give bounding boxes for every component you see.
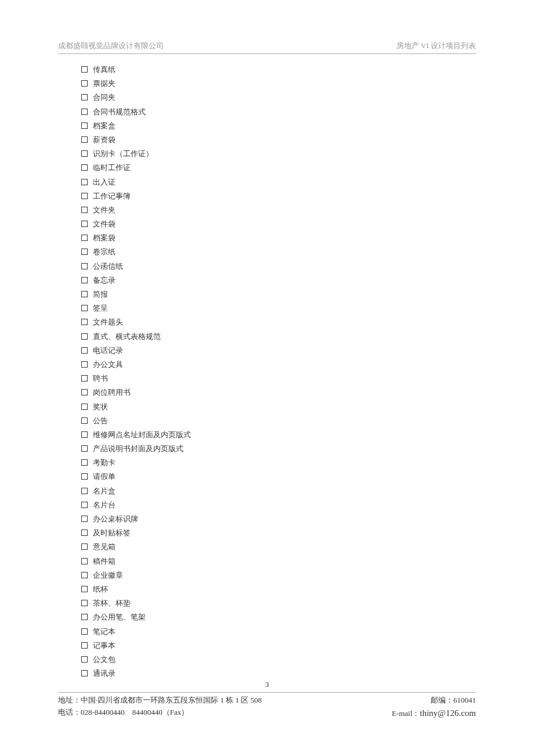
checklist-item: 纸杯 (81, 585, 476, 594)
checkbox-icon (81, 235, 88, 241)
checkbox-icon (81, 431, 88, 438)
phone-value: 028-84400440 (81, 708, 125, 717)
checklist-item: 卷宗纸 (81, 247, 476, 257)
checklist-item-label: 识别卡（工作证） (93, 149, 153, 159)
checklist-item: 工作记事簿 (81, 192, 476, 201)
checklist-item: 签呈 (81, 304, 476, 313)
checklist-item: 文件夹 (81, 206, 476, 215)
checklist-item: 公文包 (81, 655, 476, 664)
checklist-item: 茶杯、杯垫 (81, 599, 476, 608)
footer-row-2: 电话：028-84400440 84400440（Fax） E-mail：thi… (58, 707, 476, 719)
checklist-item: 稿件箱 (81, 557, 476, 566)
checkbox-icon (81, 347, 88, 354)
checklist-item: 简报 (81, 290, 476, 299)
checkbox-icon (81, 502, 88, 508)
checklist-item-label: 票据夹 (93, 79, 116, 88)
checklist-item-label: 签呈 (93, 304, 108, 313)
checklist-item: 考勤卡 (81, 458, 476, 467)
checklist-item-label: 及时贴标签 (93, 528, 131, 538)
checkbox-icon (81, 530, 88, 536)
checkbox-icon (81, 193, 88, 199)
checklist-item: 薪资袋 (81, 135, 476, 145)
checkbox-icon (81, 516, 88, 522)
checklist-item: 记事本 (81, 641, 476, 650)
checkbox-icon (81, 600, 88, 606)
checklist-item-label: 公函信纸 (93, 262, 123, 271)
checklist-item: 出入证 (81, 178, 476, 187)
checklist-item-label: 维修网点名址封面及内页版式 (93, 430, 191, 440)
footer-email: E-mail：thiny@126.com (392, 707, 476, 719)
checklist-item: 产品说明书封面及内页版式 (81, 444, 476, 453)
checkbox-icon (81, 333, 88, 340)
checklist-item-label: 办公桌标识牌 (93, 514, 138, 524)
checklist-item: 合同夹 (81, 93, 476, 102)
checklist-item: 档案盒 (81, 121, 476, 131)
checklist-item: 奖状 (81, 402, 476, 412)
checkbox-icon (81, 207, 88, 213)
postcode-value: 610041 (453, 696, 476, 704)
checkbox-icon (81, 558, 88, 564)
checklist-item-label: 档案盒 (93, 121, 116, 131)
checklist-item-label: 办公用笔、笔架 (93, 613, 146, 622)
checkbox-icon (81, 628, 88, 635)
checklist-item-label: 茶杯、杯垫 (93, 599, 131, 608)
checkbox-icon (81, 459, 88, 466)
checklist-item-label: 简报 (93, 290, 108, 299)
checklist-item: 及时贴标签 (81, 528, 476, 538)
checklist-item-label: 名片台 (93, 501, 116, 510)
checklist-item: 传真纸 (81, 65, 476, 74)
checklist-item-label: 文件题头 (93, 318, 123, 327)
checkbox-icon (81, 164, 88, 171)
checkbox-icon (81, 109, 88, 115)
email-label: E-mail： (392, 709, 420, 718)
checklist-item: 名片盒 (81, 487, 476, 496)
email-value: thiny@126.com (420, 708, 476, 718)
checklist-item-label: 文件袋 (93, 219, 116, 229)
checkbox-icon (81, 389, 88, 395)
page-footer: 地址：中国·四川省成都市一环路东五段东恒国际 1 栋 1 区 508 邮编：61… (58, 692, 476, 721)
checklist-item-label: 企业徽章 (93, 571, 123, 580)
checklist-item-label: 卷宗纸 (93, 247, 116, 257)
checkbox-icon (81, 150, 88, 157)
checklist-item-label: 备忘录 (93, 276, 116, 285)
checklist-item-label: 考勤卡 (93, 458, 116, 467)
checklist-item-label: 名片盒 (93, 487, 116, 496)
checklist-item: 办公文具 (81, 360, 476, 369)
checkbox-icon (81, 375, 88, 381)
checklist-item-label: 临时工作证 (93, 163, 131, 172)
checklist-item: 岗位聘用书 (81, 388, 476, 397)
checklist-item-label: 出入证 (93, 178, 116, 187)
checkbox-icon (81, 572, 88, 578)
checklist-item-label: 纸杯 (93, 585, 108, 594)
checklist-item: 公函信纸 (81, 262, 476, 271)
checklist-item: 合同书规范格式 (81, 107, 476, 117)
checklist-item-label: 办公文具 (93, 360, 123, 369)
checklist-item: 文件题头 (81, 318, 476, 327)
checklist-item-label: 薪资袋 (93, 135, 116, 145)
footer-phone: 电话：028-84400440 84400440（Fax） (58, 707, 189, 719)
checkbox-icon (81, 614, 88, 620)
checklist-item-label: 合同夹 (93, 93, 116, 102)
header-right: 房地产 VI 设计项目列表 (396, 41, 476, 51)
checkbox-icon (81, 94, 88, 100)
checklist-item-label: 稿件箱 (93, 557, 116, 566)
checklist-item: 维修网点名址封面及内页版式 (81, 430, 476, 440)
fax-value: 84400440（Fax） (132, 708, 189, 717)
checkbox-icon (81, 404, 88, 410)
checkbox-icon (81, 66, 88, 73)
checkbox-icon (81, 656, 88, 663)
checklist-item-label: 工作记事簿 (93, 192, 131, 201)
checklist-item-label: 直式、横式表格规范 (93, 332, 161, 341)
checkbox-icon (81, 123, 88, 129)
checklist-item-label: 公文包 (93, 655, 116, 664)
checklist-item: 识别卡（工作证） (81, 149, 476, 159)
checkbox-icon (81, 136, 88, 143)
checkbox-icon (81, 543, 88, 550)
checklist-item-label: 通讯录 (93, 669, 116, 678)
checkbox-icon (81, 417, 88, 424)
checklist-item-label: 笔记本 (93, 627, 116, 636)
checkbox-icon (81, 361, 88, 368)
checklist-item-label: 电话记录 (93, 346, 123, 355)
checklist-item: 意见箱 (81, 542, 476, 552)
checklist-item: 文件袋 (81, 219, 476, 229)
